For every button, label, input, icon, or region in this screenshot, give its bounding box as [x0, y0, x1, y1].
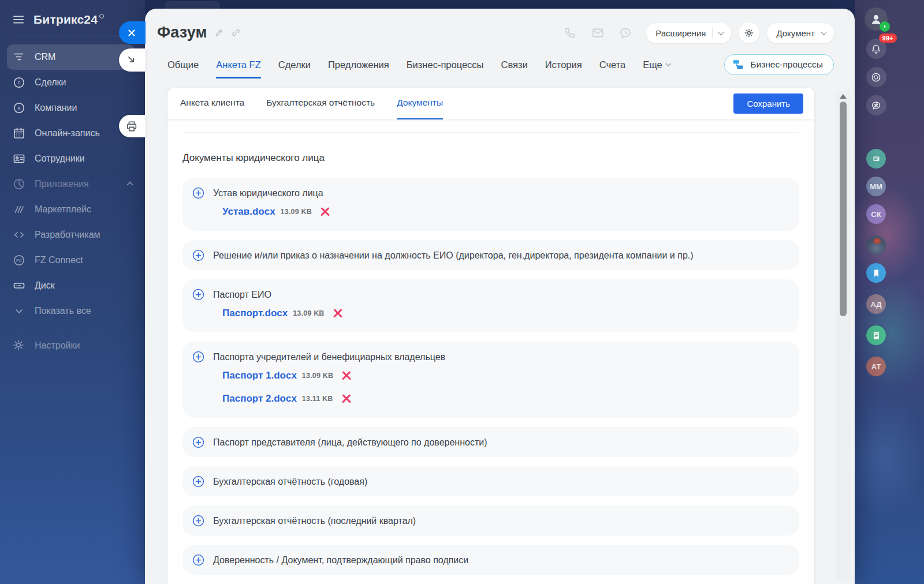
file-link[interactable]: Паспорт 2.docx — [222, 393, 297, 405]
chevron-up-icon[interactable] — [126, 181, 133, 188]
add-file-button[interactable] — [192, 249, 205, 262]
call-icon[interactable] — [563, 26, 577, 40]
sidebar-item-сотрудники[interactable]: Сотрудники — [0, 146, 145, 171]
document-label: Паспорта учредителей и бенефициарных вла… — [213, 352, 445, 362]
tab-сделки[interactable]: Сделки — [278, 59, 311, 78]
delete-file-icon[interactable] — [331, 307, 344, 320]
avatar-initials: АД — [866, 294, 886, 314]
document-dropdown[interactable]: Документ — [767, 23, 834, 43]
add-file-button[interactable] — [192, 350, 205, 364]
rail-items: 99+ММСКАДАТ — [855, 8, 897, 384]
file-link[interactable]: Паспорт 1.docx — [222, 370, 297, 381]
profile-avatar[interactable] — [865, 8, 888, 31]
file-size: 13.09 KB — [293, 309, 324, 317]
add-file-button[interactable] — [192, 514, 205, 527]
chat-avatar-sk[interactable]: СК — [866, 204, 886, 224]
chat-transfer-icon[interactable] — [866, 95, 886, 115]
sidebar-item-маркетплейс[interactable]: Маркетплейс — [0, 197, 145, 222]
app-logo-text: Битрикс24 — [33, 13, 98, 27]
sidebar-item-сделки[interactable]: с Сделки — [0, 70, 145, 95]
sidebar-item-settings[interactable]: Настройки — [0, 333, 145, 358]
add-file-button[interactable] — [192, 288, 205, 301]
scrollbar-track[interactable] — [836, 90, 851, 581]
business-process-button[interactable]: Бизнес-процессы — [724, 54, 834, 75]
messenger-app-icon[interactable] — [866, 149, 886, 169]
file-link[interactable]: Паспорт.docx — [222, 308, 288, 319]
sidebar-item-crm[interactable]: CRM — [7, 44, 135, 70]
form-tab-анкета-клиента[interactable]: Анкета клиента — [180, 88, 244, 119]
form-tab-bar: Анкета клиентаБухгалтерская отчётностьДо… — [167, 88, 814, 119]
print-button[interactable] — [119, 115, 146, 137]
sidebar-menu: CRM с Сделки к Компании Онлайн-запись Со… — [0, 41, 145, 324]
add-file-button[interactable] — [192, 475, 205, 488]
file-size: 13.09 KB — [281, 208, 312, 216]
tab-анкета-fz[interactable]: Анкета FZ — [216, 59, 260, 78]
helpdesk-icon[interactable] — [866, 67, 886, 87]
tab-предложения[interactable]: Предложения — [328, 59, 389, 78]
sidebar-header: Битрикс24 — [0, 0, 145, 27]
funnel-icon — [12, 50, 27, 65]
chat-avatar-at[interactable]: АТ — [866, 357, 886, 376]
form-tab-документы[interactable]: Документы — [397, 88, 443, 119]
tab-история[interactable]: История — [545, 59, 582, 78]
chat-avatar-ad[interactable]: АД — [866, 294, 886, 314]
settings-gear-button[interactable] — [739, 23, 759, 43]
document-row: Доверенность / Документ, подтверждающий … — [182, 545, 799, 575]
letter-c-icon: с — [12, 75, 27, 90]
collapse-arrow-icon — [125, 54, 138, 66]
section-title: Документы юридического лица — [182, 142, 799, 164]
tab-бизнес-процессы[interactable]: Бизнес-процессы — [407, 59, 484, 78]
saved-bookmark-icon[interactable] — [866, 263, 886, 283]
delete-file-icon[interactable] — [340, 369, 353, 382]
delete-file-icon[interactable] — [319, 205, 331, 218]
right-rail: 99+ММСКАДАТ — [855, 0, 924, 584]
tab-общие[interactable]: Общие — [167, 59, 199, 78]
document-row: Паспорта учредителей и бенефициарных вла… — [182, 342, 799, 418]
tab-еще[interactable]: Еще — [643, 59, 670, 78]
tab-связи[interactable]: Связи — [501, 59, 527, 78]
edit-title-icon[interactable] — [214, 28, 224, 38]
scroll-thumb[interactable] — [840, 102, 847, 316]
document-row: Решение и/или приказ о назначении на дол… — [182, 240, 799, 270]
collapse-slider-button[interactable] — [119, 48, 146, 72]
notifications-bell[interactable]: 99+ — [866, 39, 886, 59]
close-slider-button[interactable] — [119, 21, 146, 44]
document-label: Бухгалтерская отчётность (годовая) — [213, 477, 367, 487]
file-link[interactable]: Устав.docx — [222, 206, 275, 218]
pie-icon — [12, 177, 27, 192]
sidebar-item-показать-все[interactable]: Показать все — [0, 298, 145, 324]
chat-avatar-photo[interactable] — [866, 235, 886, 255]
add-file-button[interactable] — [192, 436, 205, 449]
email-icon[interactable] — [591, 26, 605, 40]
chat-history-icon[interactable] — [619, 26, 632, 40]
document-row: Бухгалтерская отчётность (годовая) — [182, 466, 799, 496]
sidebar-item-разработчикам[interactable]: Разработчикам — [0, 222, 145, 248]
sidebar-item-fz-connect[interactable]: FC FZ Connect — [0, 248, 145, 273]
add-file-button[interactable] — [192, 553, 205, 567]
tab-счета[interactable]: Счета — [599, 59, 626, 78]
form-tabs: Анкета клиентаБухгалтерская отчётностьДо… — [180, 88, 443, 119]
hamburger-menu-icon[interactable] — [12, 13, 25, 27]
form-card: Анкета клиентаБухгалтерская отчётностьДо… — [167, 88, 814, 584]
delete-file-icon[interactable] — [340, 392, 353, 405]
id-card-icon — [12, 151, 27, 166]
flowchart-icon — [732, 58, 744, 71]
save-button[interactable]: Сохранить — [733, 93, 803, 114]
sidebar-item-диск[interactable]: Диск — [0, 273, 145, 298]
chat-avatar-mm[interactable]: ММ — [866, 177, 886, 196]
scroll-up-arrow[interactable] — [840, 94, 847, 99]
file-row: Паспорт 2.docx 13.11 KB — [222, 387, 788, 410]
file-row: Паспорт 1.docx 13.09 KB — [222, 364, 788, 387]
extensions-dropdown[interactable]: Расширения — [646, 23, 731, 43]
svg-text:с: с — [18, 79, 21, 85]
document-files: Паспорт.docx 13.09 KB — [222, 302, 788, 325]
add-file-button[interactable] — [192, 186, 205, 200]
chevron-down-icon — [12, 304, 27, 319]
form-tab-бухгалтерская-отч-тность[interactable]: Бухгалтерская отчётность — [266, 88, 375, 119]
bookmark-icon — [866, 263, 886, 283]
copy-link-icon[interactable] — [231, 28, 241, 38]
news-doc-icon[interactable] — [866, 325, 886, 345]
sidebar-item-приложения[interactable]: Приложения — [0, 171, 145, 197]
file-size: 13.11 KB — [302, 395, 333, 403]
calendar-icon — [12, 126, 27, 141]
